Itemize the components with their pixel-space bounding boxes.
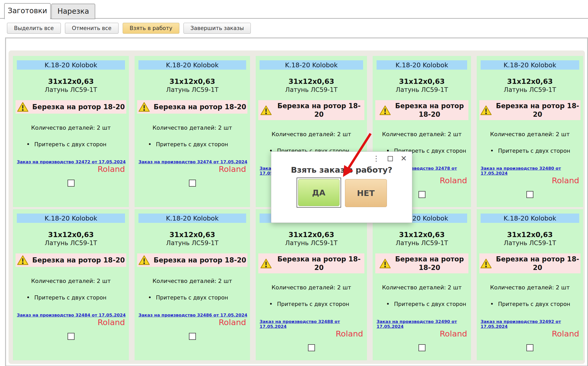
warning-banner: Березка на ротор 18-20 [16,100,126,114]
material-label: Латунь ЛС59-1Т [504,86,556,93]
brand-label: Roland [98,318,125,327]
close-icon[interactable]: ✕ [401,155,407,162]
select-all-button[interactable]: Выделить все [7,23,61,34]
order-link[interactable]: Заказ на производство 32486 от 17.05.202… [138,313,247,318]
warning-banner: Березка на ротор 18-20 [375,253,468,273]
note-text: Притереть с двух сторон [394,301,466,307]
order-checkbox[interactable] [418,344,425,351]
material-label: Латунь ЛС59-1Т [396,86,448,93]
order-checkbox[interactable] [308,344,315,351]
card-title: K.18-20 Kolobok [260,60,363,70]
quantity-label: Количество деталей: 2 шт [271,131,351,137]
material-label: Латунь ЛС59-1Т [285,239,337,247]
warning-triangle-icon [17,102,28,112]
menu-dots-icon[interactable]: ⋮ [373,155,380,162]
warning-text: Березка на ротор 18-20 [395,102,465,119]
part-size-label: 31x12x0,63 [507,77,553,85]
part-size-label: 31x12x0,63 [48,77,94,85]
order-link[interactable]: Заказ на производство 32484 от 17.05.202… [17,313,126,318]
note-item: • Притереть с двух сторон [373,301,466,307]
bullet-dot: • [269,301,273,307]
card-title: K.18-20 Kolobok [17,60,125,70]
order-card: K.18-20 Kolobok 31x12x0,63 Латунь ЛС59-1… [477,209,583,360]
warning-banner: Березка на ротор 18-20 [479,253,580,273]
card-title: K.18-20 Kolobok [138,214,246,223]
warning-triangle-icon [379,258,391,269]
order-link[interactable]: Заказ на производство 32472 от 17.05.202… [17,159,126,164]
note-text: Притереть с двух сторон [498,148,570,154]
bullet-dot: • [490,147,494,154]
tab-zagotovki[interactable]: Заготовки [4,3,51,19]
material-label: Латунь ЛС59-1Т [285,86,337,93]
warning-text: Березка на ротор 18-20 [32,103,125,111]
yes-button[interactable]: ДА [298,179,340,206]
brand-label: Roland [219,165,246,174]
confirm-dialog: ⋮ ✕ Взять заказ в работу? ДА НЕТ [271,151,412,223]
warning-text: Березка на ротор 18-20 [154,103,246,111]
order-link[interactable]: Заказ на производство 32488 от 17.05.202… [260,319,367,329]
warning-banner: Березка на ротор 18-20 [137,100,247,114]
cancel-all-button[interactable]: Отменить все [65,23,119,34]
warning-banner: Березка на ротор 18-20 [137,253,247,267]
order-checkbox[interactable] [526,344,533,351]
note-item: • Притереть с двух сторон [13,141,106,148]
quantity-label: Количество деталей: 2 шт [490,131,570,137]
order-card: K.18-20 Kolobok 31x12x0,63 Латунь ЛС59-1… [13,209,129,360]
material-label: Латунь ЛС59-1Т [166,86,218,93]
part-size-label: 31x12x0,63 [399,77,445,85]
note-text: Притереть с двух сторон [498,301,570,307]
order-link[interactable]: Заказ на производство 32474 от 17.05.202… [138,159,247,164]
note-text: Притереть с двух сторон [156,141,228,148]
material-label: Латунь ЛС59-1Т [166,239,218,247]
warning-banner: Березка на ротор 18-20 [258,100,364,120]
order-card: K.18-20 Kolobok 31x12x0,63 Латунь ЛС59-1… [135,209,250,360]
order-link[interactable]: Заказ на производство 32490 от 17.05.202… [377,319,471,329]
order-checkbox[interactable] [68,333,75,340]
brand-label: Roland [98,165,125,174]
material-label: Латунь ЛС59-1Т [396,239,448,247]
quantity-label: Количество деталей: 2 шт [382,131,462,137]
brand-label: Roland [336,329,363,339]
part-size-label: 31x12x0,63 [507,231,553,239]
card-title: K.18-20 Kolobok [481,60,579,70]
card-title: K.18-20 Kolobok [17,214,125,223]
brand-label: Roland [552,329,579,339]
quantity-label: Количество деталей: 2 шт [382,284,462,291]
note-item: • Притереть с двух сторон [477,301,570,307]
order-checkbox[interactable] [189,180,196,187]
order-link[interactable]: Заказ на производство 32492 от 17.05.202… [481,319,583,329]
brand-label: Roland [440,329,467,339]
material-label: Латунь ЛС59-1Т [45,239,97,247]
tab-narezka[interactable]: Нарезка [51,4,95,19]
dialog-title: Взять заказ в работу? [271,165,412,174]
complete-orders-button[interactable]: Завершить заказы [183,23,251,34]
warning-triangle-icon [260,105,272,115]
part-size-label: 31x12x0,63 [170,77,215,85]
order-checkbox[interactable] [418,191,425,198]
no-button[interactable]: НЕТ [345,179,387,207]
dialog-window-controls: ⋮ ✕ [373,155,407,162]
note-item: • Притереть с двух сторон [135,294,228,301]
order-checkbox[interactable] [68,180,75,187]
order-checkbox[interactable] [526,191,533,198]
warning-text: Березка на ротор 18-20 [496,102,579,119]
card-title: K.18-20 Kolobok [138,60,246,70]
part-size-label: 31x12x0,63 [289,77,334,85]
note-text: Притереть с двух сторон [34,295,107,301]
bullet-dot: • [386,301,390,307]
take-to-work-button[interactable]: Взять в работу [123,23,179,34]
bullet-dot: • [148,141,152,148]
order-link[interactable]: Заказ на производство 32480 от 17.05.202… [481,166,583,176]
maximize-icon[interactable] [388,156,393,161]
order-card: K.18-20 Kolobok 31x12x0,63 Латунь ЛС59-1… [135,56,250,207]
toolbar: Выделить все Отменить все Взять в работу… [7,23,251,34]
material-label: Латунь ЛС59-1Т [45,86,97,93]
note-item: • Притереть с двух сторон [13,294,106,301]
brand-label: Roland [440,176,467,185]
warning-triangle-icon [480,105,492,115]
brand-label: Roland [552,176,579,185]
order-checkbox[interactable] [189,333,196,340]
quantity-label: Количество деталей: 2 шт [31,278,111,284]
brand-label: Roland [219,318,246,327]
warning-triangle-icon [480,258,492,269]
